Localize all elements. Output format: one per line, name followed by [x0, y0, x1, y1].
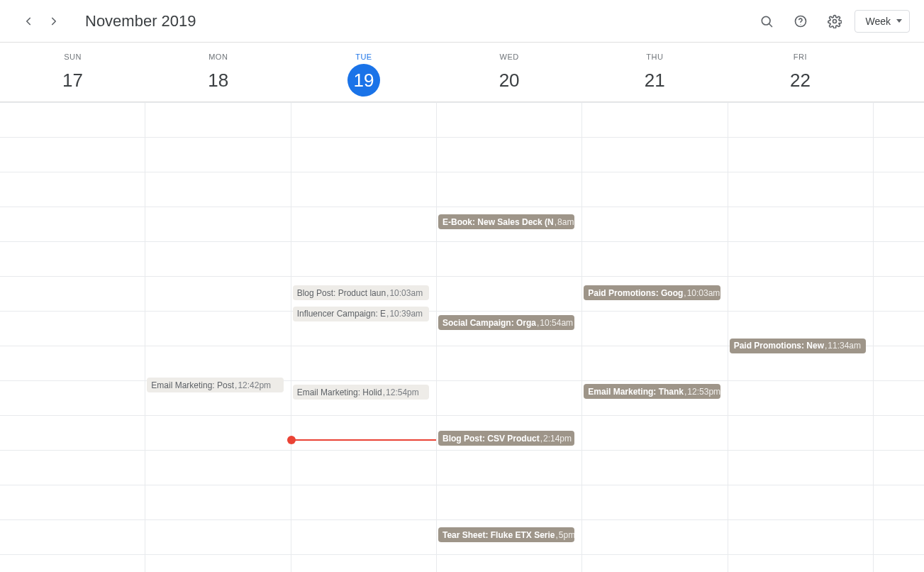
now-indicator-line	[291, 439, 436, 441]
caret-down-icon	[896, 19, 902, 23]
calendar-event[interactable]: Influencer Campaign: E, 10:39am	[293, 307, 429, 321]
day-columns: Email Marketing: Post , 12:42pm Blog Pos…	[0, 102, 924, 572]
event-separator: ,	[540, 431, 542, 446]
calendar-event[interactable]: Email Marketing: Thank, 12:53pm	[584, 384, 720, 399]
calendar-event[interactable]: Tear Sheet: Fluke ETX Serie, 5pm	[438, 527, 574, 542]
event-title: Email Marketing: Holid	[297, 385, 382, 400]
event-separator: ,	[386, 286, 389, 300]
event-time: 5pm	[559, 528, 574, 542]
day-header-thu[interactable]: THU 21	[582, 43, 728, 101]
help-icon	[794, 14, 808, 28]
day-column-fri[interactable]: Paid Promotions: New , 11:34am	[728, 102, 873, 572]
event-separator: ,	[556, 528, 558, 542]
day-column-mon[interactable]: Email Marketing: Post , 12:42pm	[145, 102, 290, 572]
event-time: 10:54am	[540, 316, 573, 330]
page-title: November 2019	[85, 12, 196, 31]
event-separator: ,	[684, 385, 686, 399]
header-bar: November 2019 Week	[0, 0, 924, 43]
day-number[interactable]: 19	[347, 64, 380, 97]
view-selector-label: Week	[865, 16, 891, 27]
day-number[interactable]: 21	[638, 64, 671, 97]
search-button[interactable]	[752, 7, 781, 35]
calendar-event[interactable]: Paid Promotions: New , 11:34am	[730, 339, 866, 353]
event-title: Social Campaign: Orga	[442, 316, 536, 330]
svg-point-4	[833, 19, 837, 23]
help-button[interactable]	[786, 7, 815, 35]
search-icon	[759, 14, 774, 28]
day-header-fri[interactable]: FRI 22	[728, 43, 873, 101]
day-of-week-label: THU	[646, 53, 663, 61]
day-header-sun[interactable]: SUN 17	[0, 43, 145, 101]
chevron-right-icon	[48, 15, 60, 28]
event-separator: ,	[825, 339, 827, 353]
event-time: 8am	[557, 215, 574, 229]
nav-arrows	[17, 10, 65, 33]
calendar-event[interactable]: E-Book: New Sales Deck (N, 8am	[438, 214, 574, 229]
day-column-sun[interactable]	[0, 102, 145, 572]
calendar-event[interactable]: Email Marketing: Post , 12:42pm	[147, 378, 283, 392]
view-selector[interactable]: Week	[855, 10, 910, 33]
day-number[interactable]: 18	[202, 64, 235, 97]
day-column-tue[interactable]: Blog Post: Product laun, 10:03amInfluenc…	[291, 102, 436, 572]
now-indicator-dot	[287, 436, 296, 444]
prev-button[interactable]	[17, 10, 40, 33]
event-time: 10:03am	[389, 286, 423, 300]
event-title: Email Marketing: Thank	[588, 385, 684, 399]
event-separator: ,	[386, 307, 389, 321]
day-header-sat[interactable]	[873, 43, 924, 101]
day-of-week-label: SUN	[64, 53, 82, 61]
event-title: Paid Promotions: New	[734, 339, 824, 353]
day-column-thu[interactable]: Paid Promotions: Goog, 10:03amEmail Mark…	[581, 102, 727, 572]
calendar-grid[interactable]: Email Marketing: Post , 12:42pm Blog Pos…	[0, 102, 924, 572]
day-number[interactable]: 17	[57, 64, 89, 97]
event-separator: ,	[537, 316, 539, 330]
day-of-week-label: WED	[500, 53, 519, 61]
calendar-event[interactable]: Email Marketing: Holid, 12:54pm	[293, 385, 429, 400]
day-of-week-label: MON	[208, 53, 228, 61]
day-header-row: SUN 17 MON 18 TUE 19 WED 20 THU 21 FRI 2…	[0, 43, 924, 102]
event-time: 11:34am	[828, 339, 861, 353]
settings-button[interactable]	[820, 7, 849, 35]
day-header-wed[interactable]: WED 20	[437, 43, 582, 101]
day-header-tue[interactable]: TUE 19	[291, 43, 436, 101]
day-column-wed[interactable]: E-Book: New Sales Deck (N, 8amSocial Cam…	[436, 102, 581, 572]
svg-point-3	[801, 23, 801, 24]
event-time: 2:14pm	[543, 431, 572, 446]
gear-icon	[828, 14, 842, 28]
day-number[interactable]: 22	[784, 64, 816, 97]
svg-line-1	[769, 23, 772, 26]
event-separator: ,	[555, 215, 557, 229]
event-time: 10:03am	[687, 286, 720, 300]
calendar-event[interactable]: Paid Promotions: Goog, 10:03am	[584, 285, 720, 300]
header-actions: Week	[752, 7, 910, 35]
day-header-mon[interactable]: MON 18	[145, 43, 291, 101]
event-title: Email Marketing: Post	[151, 378, 234, 392]
event-title: E-Book: New Sales Deck (N	[442, 215, 554, 229]
event-time: 10:39am	[389, 307, 423, 321]
calendar-event[interactable]: Blog Post: Product laun, 10:03am	[293, 285, 429, 300]
calendar-event[interactable]: Social Campaign: Orga, 10:54am	[438, 315, 574, 330]
event-title: Blog Post: Product laun	[297, 286, 386, 300]
event-title: Influencer Campaign: E	[297, 307, 386, 321]
event-time: 12:54pm	[386, 385, 419, 400]
chevron-left-icon	[22, 15, 35, 28]
event-time: 12:42pm	[238, 378, 271, 392]
event-separator: ,	[383, 385, 385, 400]
event-separator: ,	[235, 378, 237, 392]
day-of-week-label: FRI	[794, 53, 807, 61]
event-title: Tear Sheet: Fluke ETX Serie	[442, 528, 555, 542]
next-button[interactable]	[43, 10, 65, 33]
day-of-week-label: TUE	[355, 53, 372, 61]
event-time: 12:53pm	[687, 385, 720, 399]
day-column-sat[interactable]	[873, 102, 924, 572]
event-title: Paid Promotions: Goog	[588, 286, 683, 300]
day-number[interactable]: 20	[493, 64, 525, 97]
event-separator: ,	[684, 286, 686, 300]
calendar-event[interactable]: Blog Post: CSV Product , 2:14pm	[438, 431, 574, 446]
event-title: Blog Post: CSV Product	[442, 431, 540, 446]
